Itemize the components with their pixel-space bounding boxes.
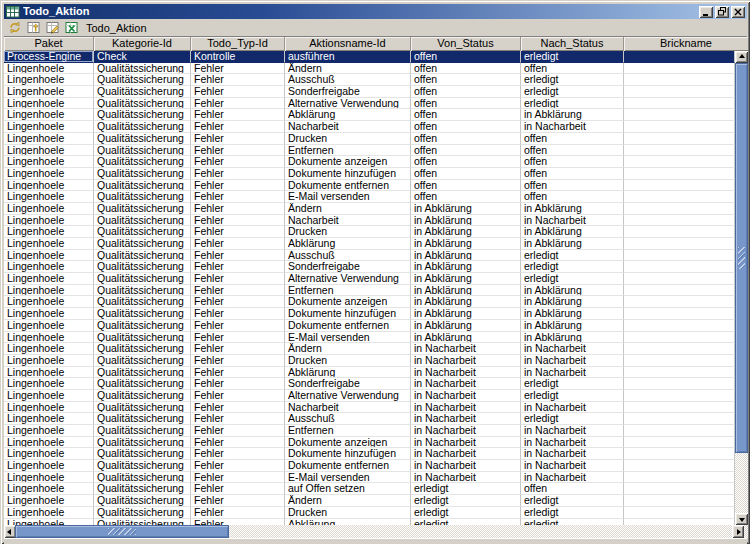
cell[interactable]: Fehler — [191, 191, 285, 203]
table-row[interactable]: LingenhoeleQualitätssicherungFehlerNacha… — [4, 121, 735, 133]
cell[interactable] — [624, 402, 735, 414]
cell[interactable]: offen — [411, 63, 521, 75]
vertical-scroll-thumb[interactable] — [735, 63, 748, 453]
cell[interactable]: in Nacharbeit — [411, 448, 521, 460]
cell[interactable]: offen — [411, 156, 521, 168]
cell[interactable]: Qualitätssicherung — [94, 145, 191, 157]
cell[interactable]: offen — [411, 51, 521, 63]
cell[interactable]: Lingenhoele — [4, 437, 94, 449]
cell[interactable]: Lingenhoele — [4, 507, 94, 519]
table-row[interactable]: LingenhoeleQualitätssicherungFehlerAussc… — [4, 74, 735, 86]
cell[interactable]: in Abklärung — [521, 332, 624, 344]
cell[interactable]: Abklärung — [285, 367, 411, 379]
cell[interactable]: Alternative Verwendung — [285, 273, 411, 285]
cell[interactable]: Lingenhoele — [4, 238, 94, 250]
cell[interactable]: Lingenhoele — [4, 425, 94, 437]
cell[interactable]: Fehler — [191, 180, 285, 192]
cell[interactable]: E-Mail versenden — [285, 191, 411, 203]
cell[interactable]: in Abklärung — [411, 261, 521, 273]
cell[interactable]: in Nacharbeit — [521, 460, 624, 472]
cell[interactable]: Lingenhoele — [4, 367, 94, 379]
cell[interactable]: erledigt — [521, 273, 624, 285]
cell[interactable]: Abklärung — [285, 238, 411, 250]
edit-table-button[interactable] — [44, 20, 62, 36]
cell[interactable]: in Abklärung — [521, 285, 624, 297]
cell[interactable]: Fehler — [191, 308, 285, 320]
cell[interactable]: Lingenhoele — [4, 86, 94, 98]
cell[interactable]: Fehler — [191, 507, 285, 519]
cell[interactable]: Qualitätssicherung — [94, 308, 191, 320]
cell[interactable]: erledigt — [521, 507, 624, 519]
cell[interactable]: Abklärung — [285, 109, 411, 121]
cell[interactable]: in Nacharbeit — [521, 448, 624, 460]
cell[interactable] — [624, 191, 735, 203]
cell[interactable]: Lingenhoele — [4, 63, 94, 75]
cell[interactable]: Lingenhoele — [4, 296, 94, 308]
cell[interactable] — [624, 448, 735, 460]
table-row[interactable]: Process-EngineCheckKontrolleausführenoff… — [4, 51, 735, 63]
table-row[interactable]: LingenhoeleQualitätssicherungFehlerDokum… — [4, 308, 735, 320]
cell[interactable] — [624, 133, 735, 145]
cell[interactable]: Fehler — [191, 390, 285, 402]
cell[interactable] — [624, 145, 735, 157]
cell[interactable]: in Nacharbeit — [521, 472, 624, 484]
cell[interactable]: Nacharbeit — [285, 215, 411, 227]
cell[interactable]: Qualitätssicherung — [94, 191, 191, 203]
table-row[interactable]: LingenhoeleQualitätssicherungFehlerDruck… — [4, 133, 735, 145]
cell[interactable] — [624, 226, 735, 238]
cell[interactable] — [624, 238, 735, 250]
cell[interactable]: Ausschuß — [285, 74, 411, 86]
cell[interactable]: in Abklärung — [411, 226, 521, 238]
cell[interactable]: Fehler — [191, 285, 285, 297]
cell[interactable]: Qualitätssicherung — [94, 367, 191, 379]
cell[interactable]: in Abklärung — [521, 226, 624, 238]
cell[interactable]: in Nacharbeit — [411, 343, 521, 355]
cell[interactable] — [624, 308, 735, 320]
cell[interactable]: Qualitätssicherung — [94, 86, 191, 98]
close-button[interactable] — [731, 6, 745, 18]
cell[interactable]: Lingenhoele — [4, 483, 94, 495]
cell[interactable]: Fehler — [191, 495, 285, 507]
cell[interactable] — [624, 495, 735, 507]
cell[interactable]: in Abklärung — [521, 320, 624, 332]
cell[interactable]: in Abklärung — [411, 285, 521, 297]
cell[interactable]: erledigt — [521, 250, 624, 262]
cell[interactable]: Qualitätssicherung — [94, 448, 191, 460]
cell[interactable]: Qualitätssicherung — [94, 460, 191, 472]
cell[interactable]: Fehler — [191, 215, 285, 227]
cell[interactable]: Lingenhoele — [4, 285, 94, 297]
cell[interactable]: in Nacharbeit — [521, 355, 624, 367]
cell[interactable]: Lingenhoele — [4, 180, 94, 192]
table-row[interactable]: LingenhoeleQualitätssicherungFehlerEntfe… — [4, 145, 735, 157]
table-row[interactable]: LingenhoeleQualitätssicherungFehlerAlter… — [4, 390, 735, 402]
table-row[interactable]: LingenhoeleQualitätssicherungFehlerDruck… — [4, 507, 735, 519]
cell[interactable]: Lingenhoele — [4, 156, 94, 168]
cell[interactable]: Qualitätssicherung — [94, 296, 191, 308]
cell[interactable]: Lingenhoele — [4, 273, 94, 285]
cell[interactable]: Fehler — [191, 343, 285, 355]
cell[interactable]: erledigt — [521, 86, 624, 98]
cell[interactable]: Ändern — [285, 63, 411, 75]
cell[interactable] — [624, 425, 735, 437]
table-row[interactable]: LingenhoeleQualitätssicherungFehlerE-Mai… — [4, 472, 735, 484]
cell[interactable] — [624, 390, 735, 402]
cell[interactable]: Fehler — [191, 483, 285, 495]
table-row[interactable]: LingenhoeleQualitätssicherungFehlerDruck… — [4, 355, 735, 367]
cell[interactable]: Lingenhoele — [4, 460, 94, 472]
cell[interactable]: Fehler — [191, 168, 285, 180]
minimize-button[interactable] — [699, 6, 713, 18]
cell[interactable]: Qualitätssicherung — [94, 98, 191, 110]
cell[interactable]: Lingenhoele — [4, 191, 94, 203]
column-header-brickname[interactable]: Brickname — [624, 37, 748, 51]
cell[interactable]: Drucken — [285, 355, 411, 367]
cell[interactable]: erledigt — [521, 495, 624, 507]
cell[interactable]: Fehler — [191, 109, 285, 121]
cell[interactable]: offen — [521, 63, 624, 75]
cell[interactable]: Qualitätssicherung — [94, 507, 191, 519]
cell[interactable]: in Nacharbeit — [521, 367, 624, 379]
cell[interactable]: Qualitätssicherung — [94, 261, 191, 273]
cell[interactable]: Qualitätssicherung — [94, 320, 191, 332]
cell[interactable]: in Abklärung — [521, 308, 624, 320]
cell[interactable]: ausführen — [285, 51, 411, 63]
cell[interactable]: Qualitätssicherung — [94, 378, 191, 390]
